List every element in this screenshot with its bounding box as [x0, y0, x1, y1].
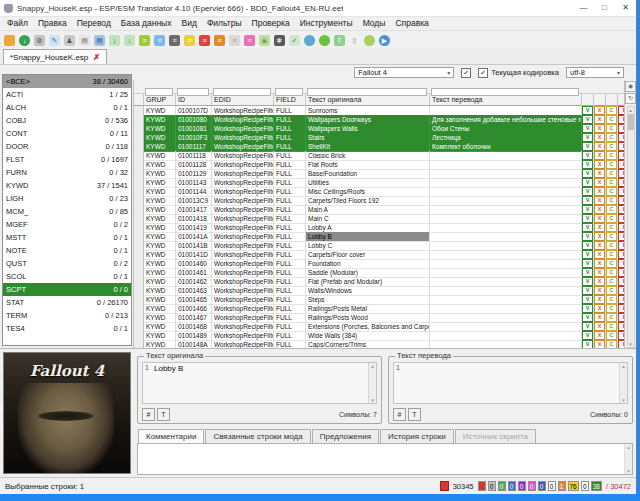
- database-red-icon[interactable]: ≡: [198, 34, 211, 47]
- v-button[interactable]: V: [582, 214, 593, 223]
- menu-item-1[interactable]: Правка: [33, 17, 72, 30]
- table-row[interactable]: KYWD01001143WorkshopRecipeFilterBuil...F…: [134, 178, 624, 187]
- c-button[interactable]: C: [606, 250, 617, 259]
- c-button[interactable]: C: [606, 277, 617, 286]
- edit-mode-icon[interactable]: ✎: [48, 34, 61, 47]
- tab-close-icon[interactable]: ✗: [93, 53, 100, 62]
- blue-dot-icon[interactable]: [303, 34, 316, 47]
- database-dark-icon[interactable]: ≡: [168, 34, 181, 47]
- web-icon[interactable]: [363, 34, 376, 47]
- table-row[interactable]: KYWD01001118WorkshopRecipeFilterBuil...F…: [134, 151, 624, 160]
- refresh-icon[interactable]: ↻: [625, 93, 636, 104]
- v-button[interactable]: V: [582, 160, 593, 169]
- c-button[interactable]: C: [606, 322, 617, 331]
- x-button[interactable]: X: [594, 268, 605, 277]
- v-button[interactable]: V: [582, 295, 593, 304]
- save-file-icon[interactable]: ↓: [18, 34, 31, 47]
- column-header-4[interactable]: Текст оригинала: [306, 94, 430, 106]
- record-type-tes4[interactable]: TES40 / 1: [3, 322, 131, 335]
- table-row[interactable]: KYWD01001461WorkshopRecipeFilterBuil...F…: [134, 268, 624, 277]
- c-button[interactable]: C: [606, 115, 617, 124]
- column-header-0[interactable]: GRUP: [144, 94, 176, 106]
- minimize-button[interactable]: —: [573, 1, 594, 16]
- v-button[interactable]: V: [582, 286, 593, 295]
- c-button[interactable]: C: [606, 295, 617, 304]
- table-row[interactable]: KYWD01001418WorkshopRecipeFilterBuil...F…: [134, 214, 624, 223]
- current-encoding-checkbox[interactable]: ✓: [478, 68, 488, 78]
- c-button[interactable]: C: [606, 142, 617, 151]
- x-button[interactable]: X: [594, 295, 605, 304]
- column-header-5[interactable]: Текст перевода: [430, 94, 582, 106]
- bottom-tab-2[interactable]: Предложения: [312, 429, 379, 443]
- x-button[interactable]: X: [594, 331, 605, 340]
- translation-scrollbar[interactable]: ▴▾: [619, 363, 627, 403]
- menu-item-8[interactable]: Моды: [358, 17, 391, 30]
- table-vertical-scrollbar[interactable]: ▴ ▾: [627, 106, 635, 348]
- bottom-tab-0[interactable]: Комментарии: [138, 429, 204, 443]
- x-button[interactable]: X: [594, 187, 605, 196]
- record-type-kywd[interactable]: KYWD37 / 1541: [3, 179, 131, 192]
- database-gray-icon[interactable]: ≡: [228, 34, 241, 47]
- table-row[interactable]: KYWD01001128WorkshopRecipeFilterBuil...F…: [134, 160, 624, 169]
- c-button[interactable]: C: [606, 160, 617, 169]
- v-button[interactable]: V: [582, 106, 593, 115]
- auto-checkbox[interactable]: ✓: [461, 68, 471, 78]
- v-button[interactable]: V: [582, 151, 593, 160]
- database-green-icon[interactable]: ≡: [138, 34, 151, 47]
- table-row[interactable]: KYWD010013C9WorkshopRecipeFilterBuil...F…: [134, 196, 624, 205]
- maximize-button[interactable]: □: [594, 1, 615, 16]
- v-button[interactable]: V: [582, 205, 593, 214]
- table-row[interactable]: KYWD0100141DWorkshopRecipeFilterBuil...F…: [134, 250, 624, 259]
- x-button[interactable]: X: [594, 277, 605, 286]
- c-button[interactable]: C: [606, 313, 617, 322]
- menu-item-4[interactable]: Вид: [176, 17, 201, 30]
- record-type-cont[interactable]: CONT0 / 11: [3, 127, 131, 140]
- table-row[interactable]: KYWD0100148AWorkshopRecipeFilterBuil...F…: [134, 340, 624, 348]
- table-row[interactable]: KYWD01001489WorkshopRecipeFilterBuil...F…: [134, 331, 624, 340]
- c-button[interactable]: C: [606, 169, 617, 178]
- hash-button[interactable]: #: [393, 408, 406, 421]
- menu-item-6[interactable]: Проверка: [247, 17, 295, 30]
- x-button[interactable]: X: [594, 178, 605, 187]
- c-button[interactable]: C: [606, 196, 617, 205]
- c-button[interactable]: C: [606, 286, 617, 295]
- search-tool-icon[interactable]: ♟: [63, 34, 76, 47]
- c-button[interactable]: C: [606, 259, 617, 268]
- v-button[interactable]: V: [582, 313, 593, 322]
- c-button[interactable]: C: [606, 178, 617, 187]
- text-format-button[interactable]: T: [157, 408, 170, 421]
- green-dot-icon[interactable]: [318, 34, 331, 47]
- table-row[interactable]: KYWD01001117WorkshopRecipeFilterBuil...F…: [134, 142, 624, 151]
- record-type-scol[interactable]: SCOL0 / 1: [3, 270, 131, 283]
- v-button[interactable]: V: [582, 196, 593, 205]
- menu-item-7[interactable]: Инструменты: [295, 17, 358, 30]
- column-header-1[interactable]: ID: [176, 94, 212, 106]
- v-button[interactable]: V: [582, 331, 593, 340]
- table-row[interactable]: KYWD01001465WorkshopRecipeFilterBuil...F…: [134, 295, 624, 304]
- x-button[interactable]: X: [594, 151, 605, 160]
- record-type-mstt[interactable]: MSTT0 / 1: [3, 231, 131, 244]
- table-row[interactable]: KYWD010010F3WorkshopRecipeFilterBuil...F…: [134, 133, 624, 142]
- c-button[interactable]: C: [606, 214, 617, 223]
- record-type-acti[interactable]: ACTI1 / 25: [3, 88, 131, 101]
- v-button[interactable]: V: [582, 142, 593, 151]
- record-type-cobj[interactable]: COBJ0 / 536: [3, 114, 131, 127]
- dictionary-book-icon[interactable]: ▯: [348, 34, 361, 47]
- v-button[interactable]: V: [582, 133, 593, 142]
- v-button[interactable]: V: [582, 223, 593, 232]
- record-type-door[interactable]: DOOR0 / 118: [3, 140, 131, 153]
- table-row[interactable]: KYWD01001462WorkshopRecipeFilterBuil...F…: [134, 277, 624, 286]
- c-button[interactable]: C: [606, 124, 617, 133]
- translation-text-area[interactable]: 1 ▴▾: [393, 362, 628, 404]
- c-button[interactable]: C: [606, 133, 617, 142]
- x-button[interactable]: X: [594, 232, 605, 241]
- c-button[interactable]: C: [606, 304, 617, 313]
- close-button[interactable]: ✕: [615, 1, 636, 16]
- original-text-area[interactable]: 1 Lobby B ▴▾: [142, 362, 377, 404]
- v-button[interactable]: V: [582, 178, 593, 187]
- table-row[interactable]: KYWD01001417WorkshopRecipeFilterBuil...F…: [134, 205, 624, 214]
- x-button[interactable]: X: [594, 214, 605, 223]
- bottom-tab-3[interactable]: История строки: [380, 429, 454, 443]
- record-type-mcm[interactable]: MCM_0 / 85: [3, 205, 131, 218]
- comment-scrollbar[interactable]: ▴▾: [624, 444, 632, 474]
